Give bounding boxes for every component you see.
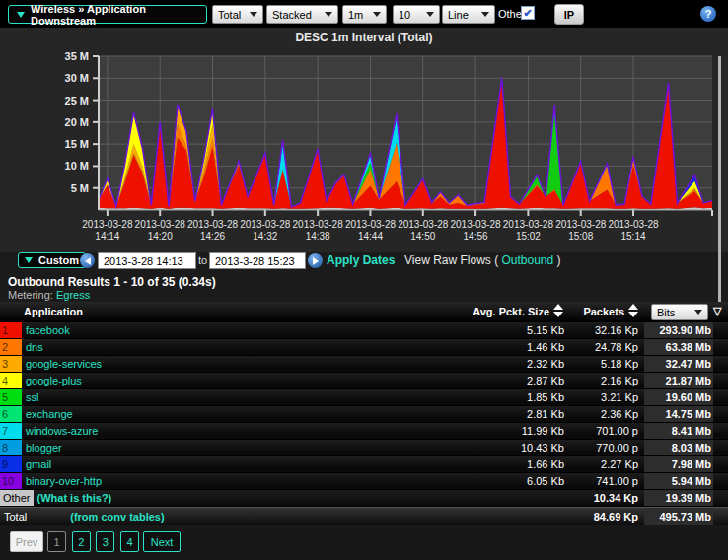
- svg-text:30 M: 30 M: [65, 72, 89, 84]
- filter-icon[interactable]: ▽: [713, 305, 721, 317]
- view-raw-suffix: ): [557, 253, 561, 267]
- application-link[interactable]: google-services: [26, 358, 102, 370]
- row-count-select-value: 10: [399, 9, 410, 21]
- sort-desc-icon: [628, 312, 638, 317]
- date-from-input[interactable]: 2013-3-28 14:13: [98, 252, 196, 269]
- page-button-4[interactable]: 4: [120, 531, 139, 552]
- other-row: Other (What is this?) 10.34 Kp 19.39 Mb: [0, 490, 728, 507]
- column-application: Application: [24, 306, 83, 317]
- sort-avg-button[interactable]: [553, 304, 563, 317]
- application-link[interactable]: google-plus: [26, 375, 82, 386]
- table-row[interactable]: 2dns1.46 Kb24.78 Kp63.38 Mb: [0, 339, 728, 356]
- rank-badge: 1: [0, 322, 22, 338]
- table-row[interactable]: 10binary-over-http6.05 Kb741.00 p5.94 Mb: [0, 473, 728, 490]
- avg-packet-size-value: 6.05 Kb: [454, 473, 564, 489]
- arrow-right-icon: [313, 257, 319, 265]
- svg-text:35 M: 35 M: [65, 50, 89, 62]
- table-row[interactable]: 3google-services2.32 Kb5.18 Kp32.47 Mb: [0, 356, 728, 373]
- application-link[interactable]: dns: [26, 341, 43, 353]
- custom-range-button[interactable]: Custom: [18, 252, 86, 268]
- application-link[interactable]: exchange: [26, 408, 73, 420]
- rank-badge: 6: [0, 406, 22, 422]
- next-page-button[interactable]: Next: [143, 531, 181, 552]
- application-link[interactable]: windows-azure: [26, 425, 98, 437]
- interval-select[interactable]: 1m: [342, 5, 387, 24]
- help-icon[interactable]: ?: [700, 6, 716, 22]
- sort-asc-icon: [628, 304, 638, 310]
- results-summary: Outbound Results 1 - 10 of 35 (0.34s): [8, 275, 216, 289]
- table-row[interactable]: 8blogger10.43 Kb770.00 p8.03 Mb: [0, 440, 728, 456]
- application-link[interactable]: binary-over-http: [26, 475, 102, 487]
- total-select[interactable]: Total: [212, 5, 263, 24]
- page-button-1[interactable]: 1: [47, 531, 66, 552]
- other-checkbox[interactable]: ✔: [521, 6, 535, 20]
- page-button-3[interactable]: 3: [96, 531, 114, 552]
- report-selector-label: Wireless » Application Downstream: [31, 3, 198, 27]
- table-row[interactable]: 7windows-azure11.99 Kb701.00 p8.41 Mb: [0, 423, 728, 440]
- egress-link[interactable]: Egress: [56, 289, 90, 301]
- x-tick-label: 2013-03-2815:14: [592, 219, 675, 243]
- chevron-down-icon: [325, 12, 332, 17]
- packets-value: 24.78 Kp: [567, 339, 638, 355]
- chevron-down-icon: [250, 12, 257, 17]
- table-row[interactable]: 5ssl1.85 Kb3.21 Kp19.60 Mb: [0, 389, 728, 406]
- report-selector[interactable]: Wireless » Application Downstream: [8, 5, 207, 24]
- sort-packets-button[interactable]: [628, 304, 638, 317]
- total-label: Total: [4, 511, 27, 523]
- rank-badge: 5: [0, 389, 22, 405]
- table-header: Application Avg. Pckt. Size Packets Bits…: [0, 302, 728, 322]
- to-label: to: [198, 254, 207, 266]
- table-row[interactable]: 4google-plus2.87 Kb2.16 Kp21.87 Mb: [0, 373, 728, 389]
- dropdown-triangle-icon: [17, 12, 25, 18]
- arrow-left-icon: [85, 257, 91, 265]
- page-button-2[interactable]: 2: [72, 531, 91, 552]
- view-raw-prefix: View Raw Flows (: [404, 253, 498, 267]
- bits-value: 19.60 Mb: [644, 389, 713, 405]
- custom-range-label: Custom: [38, 254, 79, 266]
- ip-button[interactable]: IP: [554, 4, 584, 25]
- application-link[interactable]: blogger: [26, 442, 62, 454]
- rank-badge: 3: [0, 356, 22, 372]
- rank-badge: 8: [0, 440, 22, 455]
- outbound-link[interactable]: Outbound: [501, 253, 553, 267]
- bits-value: 63.38 Mb: [644, 339, 713, 355]
- chart-type-select[interactable]: Line: [442, 5, 495, 24]
- avg-packet-size-value: 5.15 Kb: [454, 322, 564, 338]
- shift-range-forward-button[interactable]: [308, 253, 323, 268]
- packets-value: 2.16 Kp: [567, 373, 638, 388]
- shift-range-back-button[interactable]: [80, 253, 95, 268]
- what-is-this-link[interactable]: (What is this?): [37, 492, 112, 504]
- table-row[interactable]: 9gmail1.66 Kb2.27 Kp7.98 Mb: [0, 456, 728, 473]
- table-body: 1facebook5.15 Kb32.16 Kp293.90 Mb2dns1.4…: [0, 322, 728, 490]
- avg-packet-size-value: 10.43 Kb: [454, 440, 564, 455]
- conv-tables-link[interactable]: (from conv tables): [70, 511, 164, 523]
- packets-value: 701.00 p: [567, 423, 638, 439]
- svg-text:10 M: 10 M: [65, 160, 89, 172]
- row-count-select[interactable]: 10: [393, 5, 440, 24]
- application-link[interactable]: ssl: [26, 391, 38, 403]
- chevron-down-icon: [426, 12, 434, 17]
- total-select-value: Total: [218, 9, 241, 21]
- rank-badge: 7: [0, 423, 22, 439]
- top-toolbar: Wireless » Application Downstream Total …: [0, 0, 728, 28]
- units-select[interactable]: Bits: [651, 304, 708, 320]
- svg-text:5 M: 5 M: [71, 182, 89, 194]
- date-to-input[interactable]: 2013-3-28 15:23: [209, 252, 306, 269]
- packets-value: 2.27 Kp: [567, 456, 638, 472]
- bits-value: 8.03 Mb: [644, 440, 713, 455]
- table-row[interactable]: 6exchange2.81 Kb2.36 Kp14.75 Mb: [0, 406, 728, 423]
- avg-packet-size-value: 1.66 Kb: [454, 456, 564, 472]
- sort-asc-icon: [553, 304, 563, 310]
- column-avg-packet-size: Avg. Pckt. Size: [434, 306, 549, 317]
- prev-page-button[interactable]: Prev: [10, 531, 43, 552]
- bits-value: 8.41 Mb: [644, 423, 713, 439]
- stacked-select-value: Stacked: [272, 9, 312, 21]
- bits-value: 293.90 Mb: [644, 322, 713, 338]
- stacked-select[interactable]: Stacked: [266, 5, 338, 24]
- application-link[interactable]: facebook: [26, 324, 70, 336]
- application-link[interactable]: gmail: [26, 458, 51, 470]
- apply-dates-button[interactable]: Apply Dates: [327, 253, 395, 267]
- avg-packet-size-value: 1.46 Kb: [454, 339, 564, 355]
- view-raw-flows: View Raw Flows ( Outbound ): [404, 253, 561, 267]
- table-row[interactable]: 1facebook5.15 Kb32.16 Kp293.90 Mb: [0, 322, 728, 339]
